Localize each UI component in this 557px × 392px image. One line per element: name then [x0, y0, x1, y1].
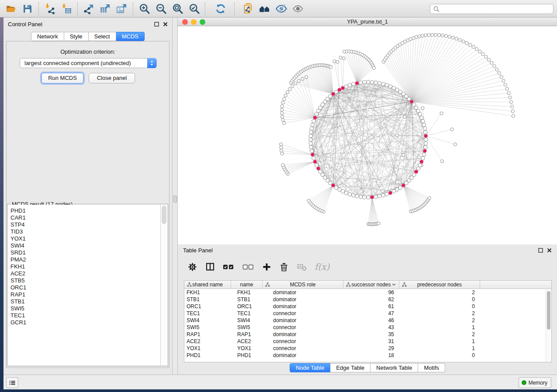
table-row[interactable]: ORC1ORC1dominator610	[184, 303, 551, 310]
table-row[interactable]: SWI4SWI4dominator462	[184, 317, 551, 324]
table-row[interactable]: RAP1RAP1dominator352	[184, 331, 551, 338]
mcds-result-item[interactable]: TEC1	[10, 312, 160, 319]
open-file-button[interactable]	[3, 1, 19, 16]
show-all-button[interactable]	[256, 1, 273, 16]
cell-MCDS-role: connector	[263, 338, 343, 345]
column-header-name[interactable]: name	[231, 281, 263, 289]
search-icon	[433, 6, 439, 12]
cell-successor-nodes: 62	[343, 296, 399, 303]
vertical-splitter[interactable]	[172, 17, 178, 375]
close-table-panel-icon[interactable]	[547, 248, 552, 253]
export-table-button[interactable]	[97, 1, 114, 16]
task-history-button[interactable]	[6, 377, 18, 388]
window-close-button[interactable]	[182, 19, 188, 25]
tab-node-table[interactable]: Node Table	[290, 363, 331, 372]
tab-network[interactable]: Network	[31, 32, 64, 41]
table-row[interactable]: FKH1FKH1dominator962	[184, 289, 551, 296]
mcds-result-item[interactable]: GCR1	[10, 319, 160, 326]
export-table-icon	[100, 3, 111, 14]
mcds-result-item[interactable]: SRD1	[10, 249, 160, 256]
export-network-button[interactable]	[80, 1, 97, 16]
window-zoom-button[interactable]	[200, 19, 205, 25]
zoom-fit-button[interactable]	[169, 1, 186, 16]
memory-button[interactable]: Memory	[519, 377, 551, 388]
mcds-result-item[interactable]: PMA2	[10, 256, 160, 263]
run-mcds-button[interactable]: Run MCDS	[42, 73, 83, 83]
column-header-successor-nodes[interactable]: successor nodes	[343, 281, 399, 289]
show-hidden-button[interactable]	[290, 1, 306, 16]
column-header-shared-name[interactable]: shared name	[184, 281, 231, 289]
mcds-result-item[interactable]: SWI5	[10, 305, 160, 312]
eye-icon	[292, 3, 304, 15]
add-column-icon[interactable]	[262, 262, 271, 272]
open-folder-icon	[5, 3, 17, 14]
toolbar-separator	[205, 2, 205, 15]
import-network-button[interactable]	[42, 1, 58, 16]
network-canvas[interactable]	[178, 26, 557, 244]
tab-style[interactable]: Style	[64, 32, 89, 41]
column-header-predecessor-nodes[interactable]: predecessor nodes	[399, 281, 480, 289]
close-panel-button[interactable]: Close panel	[89, 73, 135, 83]
show-columns-icon[interactable]	[205, 262, 215, 272]
mcds-result-item[interactable]: STB1	[10, 298, 160, 305]
delete-table-icon-disabled	[297, 262, 307, 272]
tab-mcds[interactable]: MCDS	[116, 32, 145, 41]
splitter-handle[interactable]	[173, 196, 177, 203]
table-settings-gear-icon[interactable]	[187, 262, 197, 272]
tab-select[interactable]: Select	[89, 32, 116, 41]
select-stepper-icon	[147, 58, 156, 68]
table-row[interactable]: SWI5SWI5connector431	[184, 324, 551, 331]
tab-edge-table[interactable]: Edge Table	[330, 363, 370, 372]
cell-predecessor-nodes: 2	[399, 310, 480, 317]
table-row[interactable]: YOX1YOX1connector291	[184, 345, 551, 352]
optimization-select[interactable]: largest connected component (undirected)	[20, 58, 157, 68]
table-row[interactable]: ACE2ACE2connector311	[184, 338, 551, 345]
cell-MCDS-role: dominator	[263, 317, 343, 324]
table-row[interactable]: TEC1TEC1connector472	[184, 310, 551, 317]
zoom-selected-button[interactable]	[186, 1, 202, 16]
tab-network-table[interactable]: Network Table	[370, 363, 418, 372]
mcds-result-item[interactable]: FKH1	[10, 263, 160, 270]
column-header-MCDS-role[interactable]: MCDS role	[263, 281, 343, 289]
hide-selected-button[interactable]	[273, 1, 290, 16]
import-table-button[interactable]	[58, 1, 75, 16]
network-from-document-button[interactable]	[240, 1, 256, 16]
table-row[interactable]: STB1STB1dominator620	[184, 296, 551, 303]
search-input[interactable]	[442, 6, 553, 12]
cell-shared-name: PHD1	[184, 352, 231, 359]
delete-column-icon[interactable]	[279, 262, 289, 272]
mcds-result-item[interactable]: SWI4	[10, 242, 160, 249]
table-scrollbar[interactable]	[546, 289, 551, 361]
refresh-icon	[215, 3, 226, 14]
float-table-panel-icon[interactable]	[538, 248, 543, 253]
tab-motifs[interactable]: Motifs	[418, 363, 445, 372]
table-toolbar: f(x)	[178, 256, 557, 278]
cell-shared-name: RAP1	[184, 331, 231, 338]
save-button[interactable]	[19, 1, 36, 16]
zoom-out-button[interactable]	[152, 1, 169, 16]
cell-name: FKH1	[231, 289, 263, 296]
mcds-result-item[interactable]: STP4	[10, 221, 160, 228]
window-minimize-button[interactable]	[191, 19, 197, 25]
mcds-result-item[interactable]: TID3	[10, 228, 160, 235]
deselect-all-icon[interactable]	[242, 263, 254, 271]
mcds-result-item[interactable]: CAR1	[10, 214, 160, 221]
cell-name: STB1	[231, 296, 263, 303]
refresh-button[interactable]	[212, 1, 229, 16]
mcds-list-scrollbar[interactable]	[160, 205, 167, 365]
close-panel-icon[interactable]	[163, 22, 168, 27]
table-row[interactable]: PHD1PHD1dominator180	[184, 352, 551, 359]
mcds-result-item[interactable]: ACE2	[10, 270, 160, 277]
float-panel-icon[interactable]	[154, 22, 159, 27]
export-image-button[interactable]	[114, 1, 130, 16]
table-scrollbar-thumb[interactable]	[547, 291, 550, 330]
mcds-result-item[interactable]: STB5	[10, 277, 160, 284]
table-body: FKH1FKH1dominator962STB1STB1dominator620…	[184, 289, 551, 362]
zoom-in-button[interactable]	[136, 1, 152, 16]
select-all-icon[interactable]	[223, 263, 235, 271]
mcds-result-item[interactable]: RAP1	[10, 291, 160, 298]
mcds-result-item[interactable]: PHD1	[10, 207, 160, 214]
control-panel: Control Panel NetworkStyleSelectMCDS Opt…	[3, 17, 172, 375]
mcds-result-item[interactable]: YOX1	[10, 235, 160, 242]
mcds-result-item[interactable]: ORC1	[10, 284, 160, 291]
